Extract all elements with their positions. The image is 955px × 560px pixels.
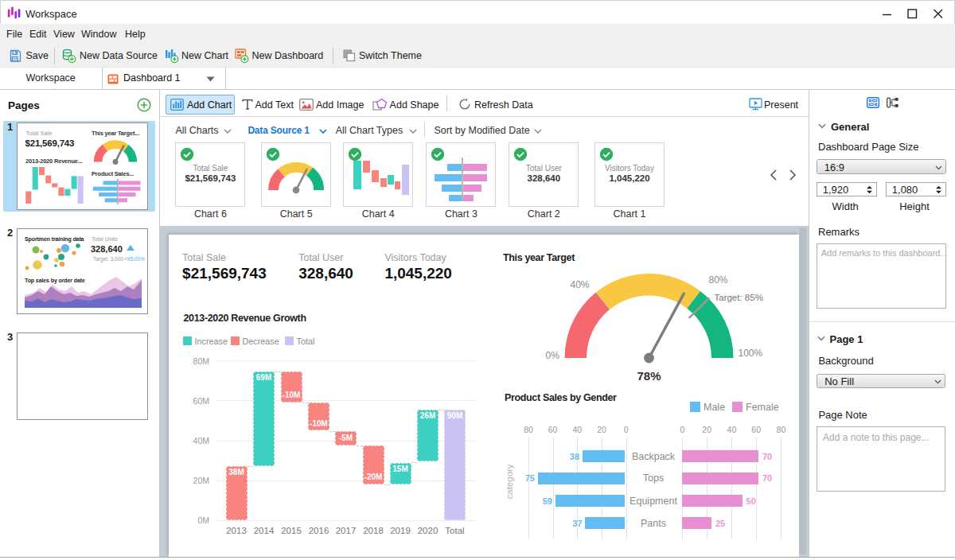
svg-text:$21,569,743: $21,569,743 — [25, 138, 75, 148]
svg-text:Top sales by order date: Top sales by order date — [25, 278, 85, 284]
svg-text:Target: 3,000: Target: 3,000 — [93, 256, 123, 262]
svg-text:328,640: 328,640 — [91, 244, 123, 254]
svg-text:Product Sales...: Product Sales... — [92, 170, 134, 177]
svg-text:Sportmen training data: Sportmen training data — [25, 236, 84, 243]
svg-text:+95.00%: +95.00% — [124, 256, 145, 262]
svg-text:This year Target...: This year Target... — [92, 130, 139, 137]
svg-text:Total Sale: Total Sale — [26, 130, 53, 137]
svg-text:Total Units: Total Units — [92, 236, 118, 242]
svg-text:2013-2020 Revenue...: 2013-2020 Revenue... — [25, 158, 83, 165]
